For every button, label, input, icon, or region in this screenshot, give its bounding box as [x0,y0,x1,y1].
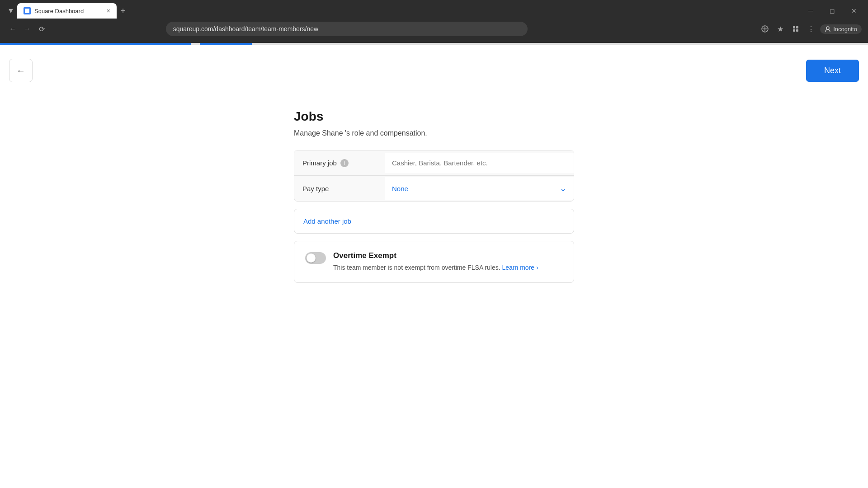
reload-btn[interactable]: ⟳ [35,23,48,35]
primary-job-input[interactable] [385,153,574,173]
primary-job-card: Primary job i Pay type None ⌄ [294,150,574,202]
tracking-protection-icon[interactable] [759,23,771,35]
forward-nav-btn[interactable]: → [21,23,33,35]
overtime-description: This team member is not exempt from over… [333,263,563,272]
overtime-title: Overtime Exempt [333,251,563,260]
minimize-btn[interactable]: ─ [800,4,821,18]
pay-type-row: Pay type None ⌄ [294,176,574,201]
page-subtitle: Manage Shane 's role and compensation. [294,129,574,137]
extensions-icon[interactable] [789,23,802,35]
next-button[interactable]: Next [806,60,859,82]
tab-title: Square Dashboard [34,8,103,14]
incognito-label: Incognito [833,26,857,33]
page-content: ← Next Jobs Manage Shane 's role and com… [0,45,868,488]
jobs-form: Jobs Manage Shane 's role and compensati… [294,109,574,283]
overtime-card: Overtime Exempt This team member is not … [294,241,574,283]
svg-rect-6 [793,29,795,32]
toggle-track[interactable] [305,252,326,264]
pay-type-value: None [392,185,560,192]
primary-job-label: Primary job i [294,153,385,174]
primary-job-row: Primary job i [294,150,574,176]
close-btn[interactable]: ✕ [844,4,864,18]
svg-rect-4 [793,26,795,28]
new-tab-btn[interactable]: + [117,5,129,17]
overtime-toggle[interactable] [305,252,326,264]
restore-btn[interactable]: ◻ [822,4,843,18]
page-title: Jobs [294,109,574,124]
add-another-job-button[interactable]: Add another job [294,209,574,234]
tab-dropdown-btn[interactable]: ▼ [5,5,17,17]
tab-favicon [24,7,31,14]
address-bar[interactable] [166,22,528,36]
back-button[interactable]: ← [9,59,33,82]
back-nav-btn[interactable]: ← [6,23,19,35]
learn-more-link[interactable]: Learn more › [502,264,538,271]
chevron-down-icon: ⌄ [560,183,566,193]
active-tab: Square Dashboard × [17,3,117,19]
tab-close-btn[interactable]: × [107,8,110,14]
pay-type-select[interactable]: None ⌄ [385,177,574,200]
overtime-content: Overtime Exempt This team member is not … [333,251,563,272]
browser-menu-icon[interactable]: ⋮ [805,23,817,35]
svg-rect-7 [796,29,798,32]
primary-job-info-icon[interactable]: i [340,159,349,167]
back-arrow-icon: ← [16,66,25,76]
pay-type-label: Pay type [294,178,385,199]
toggle-thumb [307,253,316,263]
bookmark-star-icon[interactable]: ★ [774,23,787,35]
svg-point-8 [826,27,829,29]
svg-rect-0 [25,9,29,13]
svg-rect-5 [796,26,798,28]
incognito-indicator: Incognito [820,24,862,34]
